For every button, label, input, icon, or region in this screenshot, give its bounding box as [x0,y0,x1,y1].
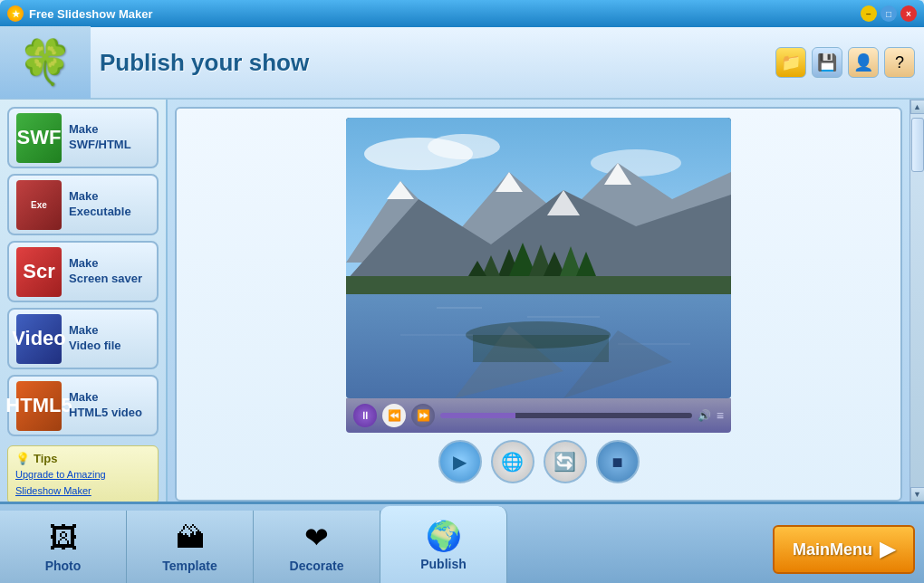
progress-bar[interactable] [440,413,692,418]
pause-button[interactable]: ⏸ [353,404,377,427]
user-tool-button[interactable]: 👤 [848,47,879,78]
header: 🍀 Publish your show 📁 💾 👤 ? [0,27,924,100]
title-bar-left: ★ Free Slideshow Maker [7,5,153,22]
photo-tab-icon: 🖼 [49,521,78,555]
window-title: Free Slideshow Maker [29,7,153,21]
template-tab-label: Template [162,559,217,573]
main-menu-label: MainMenu [793,540,872,559]
minimize-button[interactable]: − [861,5,877,22]
decorate-tab[interactable]: ❤ Decorate [254,511,380,583]
svg-point-3 [591,149,681,177]
tips-bulb-icon: 💡 [15,452,30,465]
decorate-tab-icon: ❤ [304,521,329,555]
main-menu-arrow-icon: ▶ [880,538,895,561]
control-buttons: ▶ 🌐 🔄 ■ [438,433,640,491]
header-left: 🍀 Publish your show [0,26,309,99]
play-button[interactable]: ▶ [438,440,482,483]
main-window: 🍀 Publish your show 📁 💾 👤 ? SWF MakeSWF/… [0,27,924,583]
tips-title: Tips [34,452,58,465]
exe-icon: Exe [16,180,62,230]
screen-label: MakeScreen saver [69,256,142,287]
preview-image [346,118,731,398]
logo-icon: 🍀 [18,37,72,88]
html5-label: MakeHTML5 video [69,390,142,421]
sidebar: SWF MakeSWF/HTML Exe MakeExecutable Scr … [0,100,168,502]
svg-rect-27 [473,335,609,362]
rewind-button[interactable]: ⏪ [382,404,406,427]
app-icon: ★ [7,5,24,22]
scroll-up-arrow[interactable]: ▲ [910,100,925,114]
template-tab-icon: 🏔 [176,521,205,555]
title-controls: − □ × [861,5,917,22]
make-screen-saver-button[interactable]: Scr MakeScreen saver [7,241,159,302]
content-area: SWF MakeSWF/HTML Exe MakeExecutable Scr … [0,100,924,502]
stop-button[interactable]: ■ [596,440,640,483]
forward-button[interactable]: ⏩ [411,404,435,427]
tips-header: 💡 Tips [15,452,150,465]
template-tab[interactable]: 🏔 Template [127,511,254,583]
header-tools: 📁 💾 👤 ? [775,47,915,78]
decorate-tab-label: Decorate [290,559,344,573]
close-button[interactable]: × [900,5,917,22]
publish-tab-icon: 🌍 [426,519,462,553]
scroll-down-arrow[interactable]: ▼ [910,487,925,502]
scrollbar: ▲ ▼ [910,100,924,502]
preview-container: ⏸ ⏪ ⏩ 🔊 ≡ ▶ 🌐 🔄 ■ [175,107,902,502]
main-content: ⏸ ⏪ ⏩ 🔊 ≡ ▶ 🌐 🔄 ■ [168,100,910,502]
svg-point-2 [428,134,500,159]
main-menu-button[interactable]: MainMenu ▶ [773,525,915,574]
help-tool-button[interactable]: ? [884,47,915,78]
video-label: MakeVideo file [69,323,121,354]
playlist-icon[interactable]: ≡ [717,408,724,423]
browser-button[interactable]: 🌐 [491,440,534,483]
html5-icon: HTML5 [16,381,62,431]
logo-area: 🍀 [0,26,91,99]
playback-bar: ⏸ ⏪ ⏩ 🔊 ≡ [346,398,731,433]
volume-icon[interactable]: 🔊 [698,409,711,422]
screen-icon: Scr [16,247,62,297]
tips-area: 💡 Tips Upgrade to Amazing Slideshow Make… [7,445,159,502]
swf-icon: SWF [16,113,62,163]
save-tool-button[interactable]: 💾 [812,47,842,78]
convert-button[interactable]: 🔄 [544,440,587,483]
photo-tab[interactable]: 🖼 Photo [0,511,127,583]
title-bar: ★ Free Slideshow Maker − □ × [0,0,924,27]
tab-bar: 🖼 Photo 🏔 Template ❤ Decorate 🌍 Publish … [0,502,924,583]
make-swf-html-button[interactable]: SWF MakeSWF/HTML [7,107,159,168]
scroll-thumb[interactable] [911,118,924,172]
photo-tab-label: Photo [45,559,82,573]
video-icon: Video [16,314,62,364]
exe-label: MakeExecutable [69,189,131,220]
publish-tab-label: Publish [420,557,467,571]
publish-tab[interactable]: 🌍 Publish [380,506,507,583]
folder-tool-button[interactable]: 📁 [775,47,806,78]
swf-label: MakeSWF/HTML [69,122,131,153]
maximize-button[interactable]: □ [881,5,897,22]
upgrade-link[interactable]: Upgrade to Amazing Slideshow Maker [15,469,106,496]
make-html5-button[interactable]: HTML5 MakeHTML5 video [7,375,159,436]
preview-svg [346,118,731,398]
make-video-button[interactable]: Video MakeVideo file [7,308,159,369]
page-title: Publish your show [100,49,309,77]
make-executable-button[interactable]: Exe MakeExecutable [7,174,159,235]
